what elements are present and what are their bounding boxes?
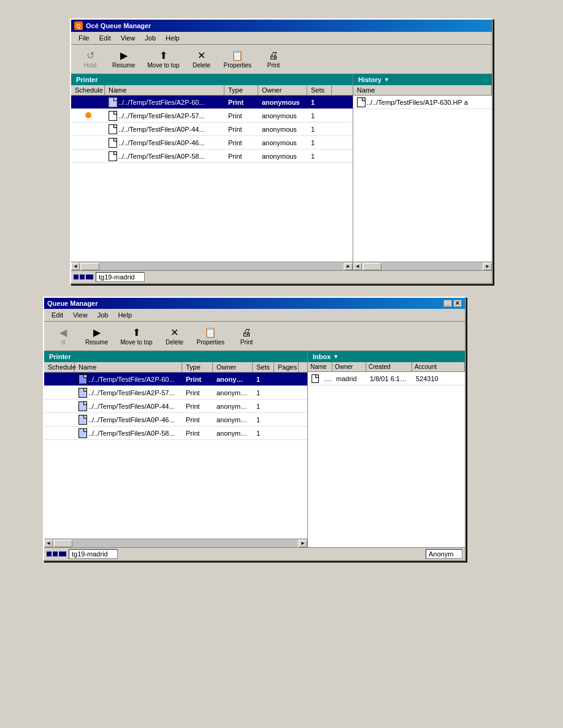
r3-schedule (44, 405, 75, 408)
menu2-help[interactable]: Help (113, 310, 137, 320)
resume-label-2: Resume (85, 339, 108, 346)
history-track[interactable] (363, 263, 482, 270)
r4-owner: anonymous (213, 415, 253, 425)
inbox-row-owner: madrid (332, 374, 366, 384)
scrollbar-thumb-2[interactable] (54, 540, 72, 547)
th2-pages: Pages (274, 362, 299, 372)
move-top-button-2[interactable]: ⬆ Move to top (115, 324, 158, 348)
minimize-btn[interactable]: _ (443, 300, 452, 307)
print-button[interactable]: 🖨 Print (258, 48, 289, 71)
inbox-row[interactable]: ... madrid 1/8/01 6:11... 524310 (308, 372, 465, 385)
menu2-view[interactable]: View (68, 310, 93, 320)
inbox-dropdown-arrow[interactable]: ▼ (333, 354, 339, 360)
menu-view[interactable]: View (116, 33, 140, 43)
table-row[interactable]: ../../Temp/TestFiles/A0P-46... Print ano… (44, 413, 307, 427)
printer-name-status: tg19-madrid (96, 272, 145, 282)
printer-scrollbar-2[interactable]: ◄ ► (44, 539, 307, 547)
row3-name: ../../Temp/TestFiles/A0P-44... (105, 123, 224, 135)
th-owner: Owner (258, 85, 307, 95)
menu2-job[interactable]: Job (93, 310, 113, 320)
row3-owner: anonymous (258, 124, 307, 134)
resume-button[interactable]: ▶ Resume (107, 47, 140, 71)
table-row[interactable]: ../../Temp/TestFiles/A0P-46... Print ano… (71, 136, 353, 150)
resume-button-2[interactable]: ▶ Resume (80, 324, 113, 348)
printer-table-body-2: ../../Temp/TestFiles/A2P-60... Print ano… (44, 373, 307, 539)
status-box2 (80, 275, 85, 279)
table-row[interactable]: ../../Temp/TestFiles/A2P-60... Print ano… (44, 373, 307, 386)
table-row[interactable]: ../../Temp/TestFiles/A0P-58... Print ano… (71, 150, 353, 163)
print-button-2[interactable]: 🖨 Print (231, 325, 262, 348)
scrollbar-track[interactable] (81, 263, 343, 270)
history-dropdown-arrow[interactable]: ▼ (384, 77, 389, 83)
menu-bar-2: Edit View Job Help (44, 309, 465, 322)
resume-label: Resume (112, 62, 135, 69)
th2-owner: Owner (213, 362, 253, 372)
inbox-table-body: ... madrid 1/8/01 6:11... 524310 (308, 372, 465, 547)
r1-owner: anonymous (213, 374, 253, 384)
row5-name: ../../Temp/TestFiles/A0P-58... (105, 150, 224, 162)
move-to-top-button[interactable]: ⬆ Move to top (142, 47, 185, 71)
print-label-2: Print (240, 339, 253, 346)
status-icon-area: → (74, 275, 93, 279)
menu-bar-1: File Edit View Job Help (71, 32, 492, 45)
r1-sets: 1 (253, 374, 274, 384)
history-thumb[interactable] (363, 263, 381, 270)
menu-job[interactable]: Job (140, 33, 161, 43)
scroll-left-2[interactable]: ◄ (44, 540, 53, 547)
th2-type: Type (182, 362, 213, 372)
menu-file[interactable]: File (74, 33, 94, 43)
title-bar-1: Q Océ Queue Manager (71, 20, 492, 32)
scrollbar-track-2[interactable] (54, 540, 297, 547)
r2-pages (274, 392, 299, 394)
table-row[interactable]: ../../Temp/TestFiles/A2P-57... Print ano… (71, 109, 353, 123)
printer-panel-title: Printer (76, 76, 98, 83)
close-btn[interactable]: ✕ (453, 300, 462, 307)
history-row[interactable]: ../../Temp/TestFiles/A1P-630.HP a (353, 96, 492, 109)
table-row[interactable]: ../../Temp/TestFiles/A0P-44... Print ano… (44, 400, 307, 413)
app-icon: Q (74, 21, 83, 30)
doc-icon (109, 111, 117, 121)
print-icon-2: 🖨 (242, 327, 251, 338)
menu-help[interactable]: Help (161, 33, 185, 43)
move-top-icon: ⬆ (159, 50, 167, 61)
row1-schedule (71, 101, 105, 104)
printer-panel-header-2: Printer (44, 351, 307, 362)
hold-button[interactable]: ↺ Hold (75, 47, 105, 71)
content-area-2: Printer Schedule Name Type Owner Sets Pa… (44, 351, 465, 547)
table-row[interactable]: ../../Temp/TestFiles/A0P-44... Print ano… (71, 123, 353, 136)
table-row[interactable]: ../../Temp/TestFiles/A2P-60... Print ano… (71, 96, 353, 109)
doc-icon (109, 151, 117, 161)
properties-button[interactable]: 📋 Properties (218, 47, 258, 71)
window-title-2: Queue Manager (47, 300, 98, 307)
th2-name: Name (75, 362, 182, 372)
printer-scrollbar[interactable]: ◄ ► (71, 262, 353, 270)
table-row[interactable]: ../../Temp/TestFiles/A2P-57... Print ano… (44, 386, 307, 400)
scroll-left-btn[interactable]: ◄ (71, 263, 80, 270)
scrollbar-thumb[interactable] (81, 263, 99, 270)
inbox-th-owner: Owner (332, 362, 366, 371)
toolbar-2: ◀ d ▶ Resume ⬆ Move to top ✕ Delete 📋 Pr… (44, 322, 465, 351)
properties-label-2: Properties (197, 339, 225, 346)
doc-icon (79, 374, 87, 384)
history-scroll-left[interactable]: ◄ (353, 263, 362, 270)
row2-owner: anonymous (258, 111, 307, 121)
inbox-row-checkbox (308, 373, 320, 384)
scroll-right-btn[interactable]: ► (344, 263, 353, 270)
r5-type: Print (182, 428, 213, 438)
delete-button[interactable]: ✕ Delete (186, 47, 217, 71)
r2-schedule (44, 392, 75, 394)
back-button[interactable]: ◀ d (48, 324, 79, 348)
scroll-right-2[interactable]: ► (299, 540, 307, 547)
menu2-edit[interactable]: Edit (47, 310, 68, 320)
properties-button-2[interactable]: 📋 Properties (191, 324, 231, 348)
doc-icon (357, 97, 366, 107)
th-name: Name (105, 85, 224, 95)
menu-edit[interactable]: Edit (94, 33, 116, 43)
row2-name: ../../Temp/TestFiles/A2P-57... (105, 110, 224, 122)
row2-sets: 1 (307, 111, 332, 121)
th-sets: Sets (307, 85, 332, 95)
delete-button-2[interactable]: ✕ Delete (159, 324, 190, 348)
history-scrollbar[interactable]: ◄ ► (353, 262, 492, 270)
history-scroll-right[interactable]: ► (483, 263, 492, 270)
table-row[interactable]: ../../Temp/TestFiles/A0P-58... Print ano… (44, 427, 307, 440)
